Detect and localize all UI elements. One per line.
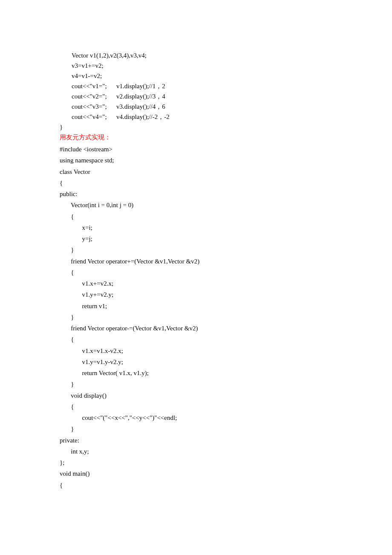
- code-line: friend Vector operator+=(Vector &v1,Vect…: [60, 257, 332, 266]
- document-page: Vector v1(1,2),v2(3,4),v3,v4; v3=v1+=v2;…: [0, 0, 392, 534]
- code-line: }: [60, 312, 332, 322]
- code-line: v4=v1-=v2;: [60, 72, 332, 81]
- code-line: class Vector: [60, 167, 332, 177]
- code-line: cout<<"v3="; v3.display();//4，6: [60, 102, 332, 111]
- code-line: cout<<"v4="; v4.display();//-2，-2: [60, 113, 332, 121]
- code-line: }: [60, 424, 332, 434]
- code-line: v1.y+=v2.y;: [60, 290, 332, 300]
- code-line: y=j;: [60, 234, 332, 244]
- code-line: }: [60, 123, 332, 132]
- code-line: v1.x+=v2.x;: [60, 279, 332, 289]
- code-line: using namespace std;: [60, 156, 332, 165]
- code-line: return Vector( v1.x, v1.y);: [60, 368, 332, 378]
- code-line: x=i;: [60, 223, 332, 233]
- code-line: cout<<"("<<x<<","<<y<<")"<<endl;: [60, 413, 332, 423]
- code-line: v1.x=v1.x-v2.x;: [60, 346, 332, 356]
- code-line: cout<<"v2="; v2.display();//3，4: [60, 92, 332, 101]
- code-line: int x,y;: [60, 447, 332, 457]
- code-line: void display(): [60, 391, 332, 401]
- code-line: }: [60, 245, 332, 255]
- code-line: private:: [60, 436, 332, 445]
- code-line: #include <iostream>: [60, 145, 332, 154]
- code-line: Vector v1(1,2),v2(3,4),v3,v4;: [60, 51, 332, 60]
- code-line: {: [60, 335, 332, 344]
- code-line: {: [60, 402, 332, 412]
- code-line: void main(): [60, 469, 332, 479]
- code-line: v3=v1+=v2;: [60, 61, 332, 70]
- code-line: {: [60, 178, 332, 188]
- code-line: friend Vector operator-=(Vector &v1,Vect…: [60, 324, 332, 333]
- code-line: {: [60, 480, 332, 490]
- code-block: #include <iostream> using namespace std;…: [60, 145, 332, 490]
- code-line: cout<<"v1="; v1.display();//1，2: [60, 82, 332, 91]
- code-line: {: [60, 268, 332, 278]
- code-line: }: [60, 379, 332, 389]
- section-heading: 用友元方式实现：: [60, 133, 332, 142]
- code-line: public:: [60, 189, 332, 199]
- code-line: {: [60, 212, 332, 222]
- code-line: v1.y=v1.y-v2.y;: [60, 357, 332, 367]
- code-line: Vector(int i = 0,int j = 0): [60, 200, 332, 210]
- code-line: return v1;: [60, 301, 332, 311]
- code-line: };: [60, 458, 332, 468]
